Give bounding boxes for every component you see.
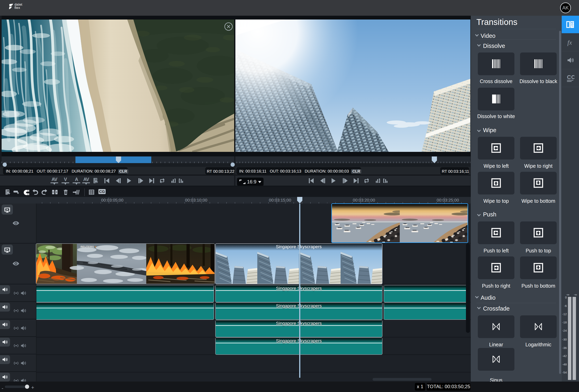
svg-text:Singapore Skyscrapers: Singapore Skyscrapers xyxy=(276,244,321,249)
svg-text:REUTERS +: REUTERS + xyxy=(80,245,96,248)
